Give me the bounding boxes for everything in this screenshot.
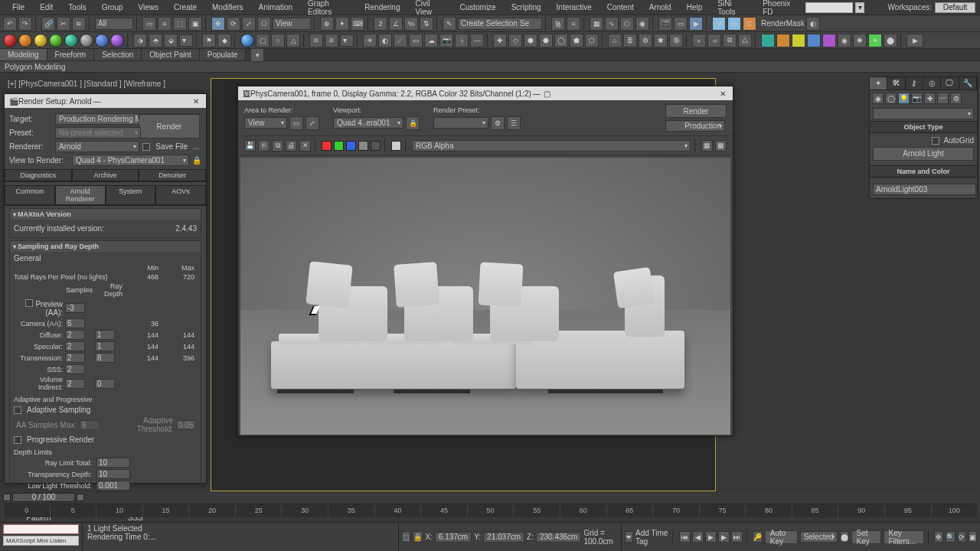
light-sky-icon[interactable]: ☁ — [424, 34, 438, 47]
nav-zoom-icon[interactable]: 🔍 — [946, 531, 956, 543]
rendered-frame-icon[interactable]: ▭ — [674, 17, 688, 31]
object-type-rollout[interactable]: Object Type — [870, 121, 977, 133]
print-icon[interactable]: 🖨 — [286, 140, 297, 152]
cyl-prim-icon[interactable]: ○ — [271, 34, 285, 47]
time-ruler[interactable]: 0510152025303540455055606570758085909510… — [3, 504, 977, 517]
light-area-icon[interactable]: ▭ — [409, 34, 423, 47]
rendermask-icon[interactable]: ◐ — [806, 17, 820, 31]
time-slider-value[interactable]: 0 / 100 — [12, 493, 75, 502]
t14-icon[interactable]: ◃ — [707, 34, 721, 47]
addtimetag[interactable]: Add Time Tag — [635, 529, 668, 546]
material-grey[interactable] — [80, 34, 93, 47]
t4-icon[interactable]: ⬣ — [539, 34, 553, 47]
t2-icon[interactable]: ◇ — [508, 34, 522, 47]
corona-icon[interactable]: C — [743, 17, 756, 31]
setkey-icon[interactable]: ⬤ — [840, 531, 849, 543]
menu-rendering[interactable]: Rendering — [357, 2, 407, 13]
renderpreset-combo[interactable] — [433, 117, 488, 129]
unlink-icon[interactable]: ✂ — [57, 17, 70, 31]
camera-aa-val[interactable]: 6 — [65, 318, 85, 328]
create-tab-icon[interactable]: ✦ — [870, 77, 887, 90]
nav-orbit-icon[interactable]: ⟳ — [958, 531, 966, 543]
category-combo[interactable] — [873, 108, 974, 119]
material-teal[interactable] — [64, 34, 78, 47]
window-crossing-icon[interactable]: ▣ — [188, 17, 202, 31]
menu-help[interactable]: Help — [679, 2, 710, 13]
tab-system[interactable]: System — [106, 185, 156, 205]
col2-icon[interactable] — [776, 34, 790, 47]
autogrid-chk[interactable] — [932, 137, 939, 145]
user-login-dropdown[interactable]: ▾ — [855, 2, 865, 13]
space-warp-icon[interactable]: 〰 — [937, 93, 949, 104]
tool-f-icon[interactable]: ⧈ — [309, 34, 323, 47]
keyboard-icon[interactable]: ⌨ — [351, 17, 364, 31]
channel-b[interactable] — [346, 141, 356, 151]
camera-icon[interactable]: 📷 — [439, 34, 453, 47]
raylimit-val[interactable]: 10 — [96, 458, 130, 468]
modify-tab-icon[interactable]: 🛠 — [887, 77, 905, 90]
keyfilters-button[interactable]: Key Filters... — [884, 530, 925, 544]
col7-icon[interactable]: ✺ — [853, 34, 867, 47]
arnold-light-button[interactable]: Arnold Light — [873, 147, 974, 161]
redo-icon[interactable]: ↷ — [18, 17, 32, 31]
menu-interactive[interactable]: Interactive — [549, 2, 599, 13]
preset-env-icon[interactable]: ☰ — [507, 116, 521, 130]
t3-icon[interactable]: ⬢ — [524, 34, 537, 47]
nav-pan-icon[interactable]: ✥ — [934, 531, 942, 543]
box-prim-icon[interactable]: ▢ — [256, 34, 270, 47]
vray-icon[interactable]: V — [712, 17, 726, 31]
isolate-icon[interactable]: ⬚ — [402, 531, 410, 543]
viewport-label[interactable]: [+] [PhysCamera001 ] [Standard ] [Wirefr… — [8, 80, 165, 88]
col6-icon[interactable]: ◉ — [838, 34, 851, 47]
material-violet[interactable] — [110, 34, 124, 47]
tool-b-icon[interactable]: ⬘ — [149, 34, 162, 47]
t11-icon[interactable]: ✱ — [654, 34, 668, 47]
render-prod-icon[interactable]: ▶ — [689, 17, 703, 31]
next-frame-icon[interactable]: ▶ — [718, 531, 730, 543]
aa-max-val[interactable]: 6 — [80, 420, 100, 430]
t8-icon[interactable]: ⌂ — [608, 34, 622, 47]
tool-a-icon[interactable]: ⬗ — [133, 34, 147, 47]
preview-aa-val[interactable]: -3 — [65, 303, 85, 313]
menu-arnold[interactable]: Arnold — [642, 2, 679, 13]
bg-swatch[interactable] — [391, 141, 401, 151]
snap-angle-icon[interactable]: ∠ — [389, 17, 403, 31]
key-mode-icon[interactable]: 🔑 — [753, 531, 763, 543]
workspace-selector[interactable]: Default — [935, 2, 975, 13]
overlay-a-icon[interactable]: ▦ — [701, 140, 713, 152]
channel-g[interactable] — [334, 141, 344, 151]
maxtoa-rollout[interactable]: MAXtoA Version — [10, 209, 201, 220]
close-icon[interactable]: ✕ — [191, 97, 201, 106]
geom-icon[interactable]: ◉ — [872, 93, 884, 104]
play-icon[interactable]: ▶ — [705, 531, 717, 543]
menu-grapheditors[interactable]: Graph Editors — [300, 0, 357, 18]
curve-editor-icon[interactable]: ∿ — [605, 17, 619, 31]
name-color-rollout[interactable]: Name and Color — [870, 165, 977, 178]
diffuse-samples[interactable]: 2 — [65, 330, 85, 340]
channel-r[interactable] — [322, 141, 332, 151]
rfw-prod-combo[interactable]: Production — [665, 120, 725, 132]
t7-icon[interactable]: ⬠ — [585, 34, 599, 47]
col8-icon[interactable]: ✦ — [868, 34, 882, 47]
helper-icon[interactable]: ✚ — [924, 93, 936, 104]
menu-modifiers[interactable]: Modifiers — [204, 2, 251, 13]
coord-y[interactable]: 21.037cm — [483, 532, 524, 543]
tab-denoiser[interactable]: Denoiser — [139, 169, 206, 181]
align-icon[interactable]: ≡ — [567, 17, 580, 31]
coord-x[interactable]: 6.137cm — [435, 532, 472, 543]
timetag-icon[interactable]: ⏷ — [625, 531, 633, 543]
ribbon-tab-selection[interactable]: Selection — [94, 49, 142, 60]
t1-icon[interactable]: ✚ — [493, 34, 507, 47]
viewport-combo[interactable]: Quad 4..era001 — [333, 117, 403, 129]
material-orange[interactable] — [18, 34, 32, 47]
display-tab-icon[interactable]: 🖵 — [941, 77, 959, 90]
keymode-combo[interactable]: Selected — [800, 531, 838, 543]
tab-arnold-renderer[interactable]: Arnold Renderer — [55, 185, 106, 205]
light-direct-icon[interactable]: ☄ — [394, 34, 407, 47]
menu-civilview[interactable]: Civil View — [407, 0, 452, 18]
sss-samples[interactable]: 2 — [65, 364, 85, 374]
menu-sinitools[interactable]: SiNi Tools — [710, 0, 755, 18]
placement-icon[interactable]: ⎔ — [257, 17, 271, 31]
t13-icon[interactable]: ▹ — [692, 34, 706, 47]
viewtorender-lock-icon[interactable]: 🔒 — [192, 156, 201, 165]
